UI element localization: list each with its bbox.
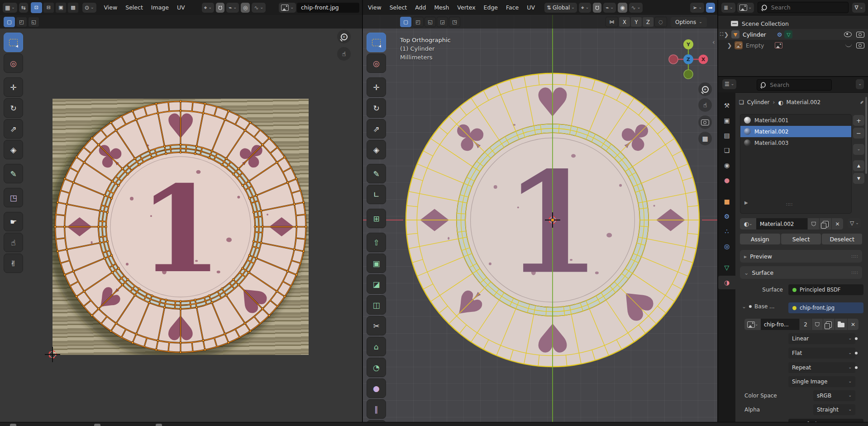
outliner-search-input[interactable] — [770, 4, 845, 11]
menu-vp-mesh[interactable]: Mesh — [430, 0, 453, 15]
unlink-material-icon[interactable]: ✕ — [831, 218, 843, 230]
tab-render[interactable]: ▣ — [718, 114, 735, 127]
uv-tool-move-icon[interactable]: ✛ — [4, 77, 23, 97]
slot-list-grip[interactable]: ∷∷ — [786, 202, 793, 207]
mirror-icon[interactable]: ⋈ — [606, 17, 618, 27]
material-slot-row[interactable]: Material.003 — [740, 137, 851, 148]
tab-view-layer[interactable]: ❏ — [718, 144, 735, 157]
breadcrumb-object[interactable]: Cylinder — [747, 99, 770, 105]
properties-editor-type-button[interactable]: ☰⌄ — [722, 79, 736, 89]
disable-render-icon[interactable] — [856, 43, 864, 48]
editor-divider[interactable] — [718, 76, 868, 77]
tab-material[interactable]: ◑ — [718, 276, 735, 289]
sticky-selection-dropdown[interactable]: ⊙⌄ — [82, 3, 96, 13]
animate-dot-icon[interactable] — [855, 352, 858, 354]
uv-tool-pinch-icon[interactable]: ✌ — [4, 254, 23, 273]
properties-search-input[interactable] — [769, 81, 828, 89]
mode-subtract-icon[interactable]: ◱ — [424, 17, 436, 27]
vp-tool-poly-build-icon[interactable]: ⌂ — [367, 337, 386, 356]
sidebar-collapse-icon[interactable]: ‹ — [712, 38, 715, 46]
uv-2d-cursor-icon[interactable] — [47, 349, 58, 360]
menu-vp-vertex[interactable]: Vertex — [453, 0, 479, 15]
menu-vp-add[interactable]: Add — [411, 0, 430, 15]
duplicate-image-icon[interactable] — [823, 319, 835, 330]
vp-tool-move-icon[interactable]: ✛ — [367, 77, 386, 97]
menu-uv-view[interactable]: View — [100, 0, 122, 15]
disable-render-icon[interactable] — [856, 32, 864, 38]
vp-tool-smooth-icon[interactable]: ● — [367, 378, 386, 398]
vp-tool-select-box-icon[interactable] — [367, 33, 386, 52]
uv-snap-settings-dropdown[interactable]: ⌁⌄ — [226, 3, 239, 13]
uv-tool-grab-icon[interactable]: ☛ — [4, 212, 23, 231]
deselect-button[interactable]: Deselect — [822, 234, 862, 244]
uv-island-select-icon[interactable]: ▩ — [67, 2, 79, 13]
pin-icon[interactable]: ✒ — [858, 98, 866, 106]
color-space-dropdown[interactable]: sRGB⌄ — [813, 390, 855, 401]
vp-tool-rotate-icon[interactable]: ↻ — [367, 98, 386, 118]
outliner-row-scene-collection[interactable]: Scene Collection — [718, 18, 868, 29]
editor-divider[interactable] — [362, 0, 363, 422]
uv-tool-scale-icon[interactable]: ⇗ — [4, 119, 23, 139]
vp-tool-scale-icon[interactable]: ⇗ — [367, 119, 386, 139]
animate-dot-icon[interactable] — [855, 337, 858, 340]
uv-tool-rip-region-icon[interactable]: ◳ — [4, 188, 23, 207]
uv-canvas[interactable]: ▢◰◱ ◎✛↻⇗◈✎◳☛☝✌ ♥♣♦♥♥♠♦♣1 + ☝ — [0, 15, 363, 422]
3d-cursor-icon[interactable] — [547, 214, 558, 226]
vp-tool-extrude-region-icon[interactable]: ⇧ — [367, 233, 386, 252]
vp-tool-bevel-icon[interactable]: ◪ — [367, 274, 386, 294]
mode-invert-icon[interactable]: ◲ — [437, 17, 448, 27]
surface-panel-header[interactable]: ⌄ Surface ∷∷ — [740, 266, 862, 279]
properties-options-button[interactable]: ⌄ — [856, 79, 864, 89]
uv-chip-texture-with-uv-overlay[interactable]: ♥♣♦♥♥♠♦♣1 — [52, 99, 309, 357]
uv-vertex-select-icon[interactable]: ⊡ — [31, 2, 42, 13]
remove-slot-button[interactable]: − — [853, 128, 864, 139]
expand-icon[interactable]: ❯ — [726, 42, 733, 49]
uv-tool-transform-icon[interactable]: ◈ — [4, 140, 23, 159]
editor-divider[interactable] — [717, 0, 718, 422]
vp-snap-toggle[interactable]: Ω — [593, 3, 601, 13]
selectability-dropdown[interactable]: ➢⌄ — [690, 3, 704, 13]
outliner-row-empty[interactable]: ❯ Empty — [718, 40, 868, 51]
mode-intersect-icon[interactable]: ◳ — [449, 17, 460, 27]
vp-pivot-dropdown[interactable]: ⌖⌄ — [579, 3, 591, 13]
tab-particles[interactable]: ∴ — [718, 225, 735, 238]
mode-subtract-icon[interactable]: ◱ — [28, 17, 39, 27]
hidden-eye-icon[interactable] — [845, 43, 852, 47]
open-image-folder-icon[interactable] — [835, 319, 847, 330]
outliner-filter-button[interactable]: ∇⌄ — [852, 3, 865, 13]
assign-button[interactable]: Assign — [740, 234, 780, 244]
preview-panel-header[interactable]: ▸ Preview ∷∷ — [740, 250, 862, 263]
properties-search[interactable] — [757, 79, 832, 91]
uv-pan-hand-icon[interactable]: ☝ — [337, 47, 351, 61]
image-browse-button[interactable]: ⌄ — [279, 3, 296, 13]
navigation-gizmo[interactable]: Y X Z — [668, 39, 709, 80]
mirror-axis-x-button[interactable]: X — [619, 17, 630, 27]
select-button[interactable]: Select — [781, 234, 821, 244]
mode-set-icon[interactable]: ▢ — [4, 17, 15, 27]
uv-sync-selection-icon[interactable]: ⇆ — [19, 3, 28, 13]
properties-scrollbar[interactable] — [865, 97, 867, 174]
uv-zoom-button[interactable]: + — [337, 30, 351, 43]
alpha-dropdown[interactable]: Straight⌄ — [813, 404, 855, 415]
slot-list-expand-icon[interactable]: ▶ — [744, 200, 748, 205]
vp-tool-measure-icon[interactable]: ∟ — [367, 185, 386, 204]
outliner-display-mode-button[interactable]: ⌄ — [737, 3, 754, 13]
snap-falloff-icon[interactable]: ◌ — [654, 17, 667, 27]
vp-grid-ortho-button[interactable]: ▦ — [698, 132, 712, 145]
expanded-caret-icon[interactable]: ⌄ — [742, 303, 746, 310]
unlink-image-icon[interactable]: ✕ — [847, 319, 858, 330]
vp-pan-hand-icon[interactable]: ☝ — [698, 98, 712, 112]
extension-dropdown[interactable]: Repeat⌄ — [788, 362, 855, 373]
tab-tool[interactable]: ⚒ — [718, 99, 735, 112]
menu-vp-edge[interactable]: Edge — [480, 0, 502, 15]
image-users-count[interactable]: 2 — [799, 319, 811, 330]
vp-falloff-dropdown[interactable]: ∿⌄ — [629, 3, 643, 13]
projection-dropdown[interactable]: Flat⌄ — [788, 348, 855, 359]
viewport-canvas[interactable]: ♥♣♦♥♥♠♦♣1 ▢◰◱◲◳ ⋈ XYZ ◌ Options⌄ ◎✛↻⇗◈✎∟… — [363, 15, 718, 422]
breadcrumb-data[interactable]: Material.002 — [787, 99, 820, 105]
expand-icon[interactable]: ❯ — [723, 31, 730, 38]
tab-world[interactable]: ● — [718, 173, 735, 187]
uv-face-select-icon[interactable]: ▣ — [55, 2, 67, 13]
vp-camera-view-button[interactable] — [698, 115, 712, 129]
material-slot-row[interactable]: Material.001 — [740, 115, 851, 126]
